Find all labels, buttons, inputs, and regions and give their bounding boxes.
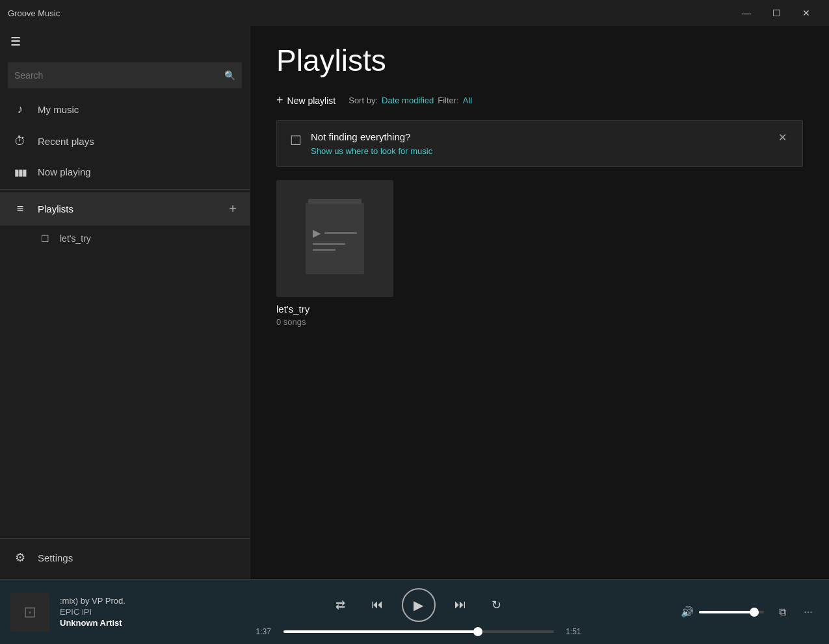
play-button[interactable]: ▶: [402, 588, 436, 622]
control-buttons: ⇄ ⏮ ▶ ⏭ ↻: [329, 588, 508, 622]
sidebar: ☰ 🔍 ♪ My music ⏱ Recent plays ▮▮▮ Now pl…: [0, 26, 250, 579]
more-options-button[interactable]: ···: [798, 602, 819, 623]
titlebar: Groove Music — ☐ ✕: [0, 0, 829, 26]
now-playing-bar: ⊡ :mix) by VP Prod. EPIC iPI Unknown Art…: [0, 579, 829, 644]
progress-fill: [283, 630, 479, 633]
time-total: 1:51: [560, 627, 581, 636]
maximize-button[interactable]: ☐: [761, 3, 791, 23]
sidebar-bottom-divider: [0, 538, 250, 539]
main-header: Playlists: [250, 26, 829, 86]
list-icon: ≡: [13, 202, 27, 216]
gear-icon: ⚙: [13, 550, 27, 565]
extra-controls: ⧉ ···: [772, 602, 819, 623]
sort-filter-area: Sort by: Date modified Filter: All: [349, 96, 472, 105]
sidebar-item-label: My music: [38, 104, 237, 115]
not-finding-banner: ☐ Not finding everything? Show us where …: [276, 120, 803, 167]
track-subtitle: EPIC iPI: [60, 607, 203, 617]
toolbar: + New playlist Sort by: Date modified Fi…: [250, 86, 829, 120]
sidebar-bottom: ⚙ Settings: [0, 541, 250, 579]
sidebar-item-label: Now playing: [38, 166, 237, 177]
playlist-songs: 0 songs: [276, 317, 393, 327]
sidebar-header: ☰: [0, 26, 250, 57]
play-icon: ▶: [313, 227, 321, 239]
mini-view-button[interactable]: ⧉: [772, 602, 793, 623]
app-body: ☰ 🔍 ♪ My music ⏱ Recent plays ▮▮▮ Now pl…: [0, 26, 829, 579]
playlists-grid: ▶ let's_try 0 songs: [250, 180, 829, 579]
thumb-line-short: [313, 249, 336, 251]
window-controls: — ☐ ✕: [731, 3, 821, 23]
track-artist: Unknown Artist: [60, 618, 203, 628]
playlist-thumb-paper: ▶: [306, 203, 364, 274]
album-art-icon: ⊡: [23, 603, 36, 621]
sort-value-link[interactable]: Date modified: [382, 96, 434, 105]
volume-icon[interactable]: 🔊: [681, 606, 694, 618]
search-icon: 🔍: [224, 70, 235, 81]
minimize-button[interactable]: —: [731, 3, 761, 23]
search-input[interactable]: [14, 70, 224, 81]
info-icon: ☐: [290, 133, 302, 148]
main-content: Playlists + New playlist Sort by: Date m…: [250, 26, 829, 579]
add-playlist-icon[interactable]: +: [229, 201, 237, 216]
previous-button[interactable]: ⏮: [365, 593, 389, 617]
time-current: 1:37: [256, 627, 277, 636]
progress-track[interactable]: [283, 630, 554, 633]
sidebar-item-label: Playlists: [38, 203, 218, 214]
thumb-play-line: ▶: [313, 227, 357, 239]
sidebar-item-recent-plays[interactable]: ⏱ Recent plays: [0, 125, 250, 157]
sidebar-item-now-playing[interactable]: ▮▮▮ Now playing: [0, 157, 250, 187]
plus-icon: +: [276, 94, 283, 107]
volume-area: 🔊: [634, 606, 764, 618]
sidebar-item-playlists[interactable]: ≡ Playlists +: [0, 192, 250, 225]
sidebar-settings-label: Settings: [38, 552, 237, 563]
track-title: :mix) by VP Prod.: [60, 596, 203, 606]
new-playlist-label: New playlist: [287, 96, 336, 106]
next-button[interactable]: ⏭: [449, 593, 472, 617]
banner-left: ☐ Not finding everything? Show us where …: [290, 131, 432, 156]
banner-close-button[interactable]: ✕: [776, 131, 789, 144]
progress-thumb: [473, 627, 482, 636]
player-controls: ⇄ ⏮ ▶ ⏭ ↻ 1:37 1:51: [203, 588, 634, 636]
nav-items: ♪ My music ⏱ Recent plays ▮▮▮ Now playin…: [0, 94, 250, 535]
album-art: ⊡: [10, 593, 49, 632]
sidebar-divider: [0, 189, 250, 190]
thumb-line: [324, 232, 357, 234]
playlist-icon: ☐: [38, 233, 52, 244]
playlist-card[interactable]: ▶ let's_try 0 songs: [276, 180, 393, 579]
banner-link[interactable]: Show us where to look for music: [311, 146, 432, 156]
clock-icon: ⏱: [13, 135, 27, 148]
thumb-line: [313, 243, 345, 245]
music-note-icon: ♪: [13, 103, 27, 116]
repeat-button[interactable]: ↻: [485, 593, 508, 617]
new-playlist-button[interactable]: + New playlist: [276, 91, 336, 110]
app-title: Groove Music: [8, 8, 60, 18]
filter-value-link[interactable]: All: [463, 96, 472, 105]
shuffle-button[interactable]: ⇄: [329, 593, 352, 617]
search-box[interactable]: 🔍: [8, 62, 242, 88]
thumb-lines: ▶: [306, 220, 363, 257]
track-info: :mix) by VP Prod. EPIC iPI Unknown Artis…: [60, 596, 203, 628]
volume-thumb: [750, 608, 759, 617]
filter-label: Filter:: [438, 96, 459, 105]
close-button[interactable]: ✕: [791, 3, 821, 23]
sidebar-item-label: Recent plays: [38, 136, 237, 147]
sort-by-label: Sort by:: [349, 96, 378, 105]
sidebar-sub-item-label: let's_try: [60, 233, 91, 244]
volume-fill: [699, 611, 754, 613]
banner-text: Not finding everything? Show us where to…: [311, 131, 432, 156]
sidebar-item-my-music[interactable]: ♪ My music: [0, 94, 250, 125]
progress-bar-area: 1:37 1:51: [256, 627, 581, 636]
volume-track[interactable]: [699, 611, 764, 613]
sidebar-item-settings[interactable]: ⚙ Settings: [0, 541, 250, 574]
hamburger-icon[interactable]: ☰: [10, 34, 21, 49]
sidebar-item-lets-try[interactable]: ☐ let's_try: [0, 225, 250, 251]
page-title: Playlists: [276, 45, 803, 75]
bars-icon: ▮▮▮: [13, 167, 27, 177]
playlist-thumbnail: ▶: [276, 180, 393, 297]
banner-title: Not finding everything?: [311, 131, 432, 142]
playlist-name: let's_try: [276, 303, 393, 315]
